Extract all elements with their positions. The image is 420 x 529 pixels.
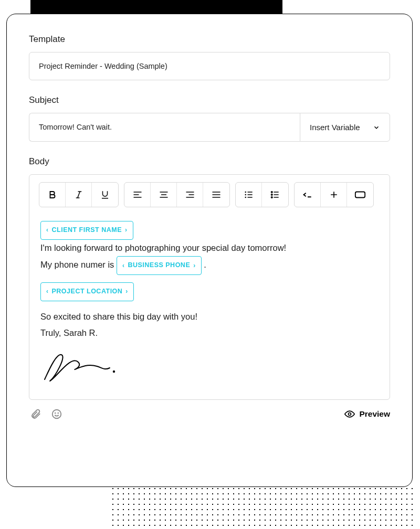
chevron-right-icon: › <box>125 224 128 236</box>
svg-point-26 <box>271 194 273 196</box>
signature-image <box>40 351 379 388</box>
align-right-button[interactable] <box>177 183 203 207</box>
align-justify-button[interactable] <box>203 183 229 207</box>
underline-button[interactable] <box>92 183 118 207</box>
insert-group <box>294 182 374 207</box>
unordered-list-button[interactable] <box>262 183 288 207</box>
svg-point-35 <box>58 412 58 413</box>
paperclip-icon <box>30 408 41 420</box>
ordered-list-button[interactable] <box>236 183 262 207</box>
preview-button[interactable]: Preview <box>344 409 390 419</box>
subject-label: Subject <box>29 95 390 105</box>
variable-client-first-name[interactable]: ‹ CLIENT FIRST NAME › <box>40 221 133 240</box>
svg-point-19 <box>245 192 246 193</box>
body-text-segment: My phone numer is <box>40 260 117 269</box>
container-button[interactable] <box>347 183 373 207</box>
svg-point-27 <box>271 197 273 198</box>
email-template-editor: Template Project Reminder - Wedding (Sam… <box>6 14 413 487</box>
body-text-line: Truly, Sarah R. <box>40 325 379 341</box>
body-text-line: I'm looking forward to photographing you… <box>40 240 379 256</box>
variable-business-phone[interactable]: ‹ BUSINESS PHONE › <box>117 256 202 275</box>
chevron-right-icon: › <box>193 260 196 272</box>
body-text-line: So excited to share this big day with yo… <box>40 309 379 325</box>
body-text-segment: . <box>204 260 206 269</box>
attachment-button[interactable] <box>29 407 43 421</box>
body-label: Body <box>29 156 390 167</box>
chevron-left-icon: ‹ <box>122 260 125 272</box>
svg-point-32 <box>113 371 114 372</box>
chevron-left-icon: ‹ <box>46 285 49 298</box>
svg-point-20 <box>245 195 246 195</box>
svg-point-34 <box>55 412 56 413</box>
insert-variable-label: Insert Variable <box>310 123 360 132</box>
template-label: Template <box>29 34 390 45</box>
body-editor-container: ‹ CLIENT FIRST NAME › I'm looking forwar… <box>29 174 390 400</box>
add-button[interactable] <box>321 183 347 207</box>
svg-point-36 <box>349 412 351 415</box>
svg-line-2 <box>77 192 80 198</box>
alignment-group <box>124 182 230 207</box>
italic-button[interactable] <box>66 183 92 207</box>
emoji-button[interactable] <box>50 407 64 421</box>
variable-label: CLIENT FIRST NAME <box>52 224 122 237</box>
insert-variable-dropdown[interactable]: Insert Variable <box>300 113 390 142</box>
subject-input[interactable]: Tomorrow! Can't wait. <box>29 113 300 142</box>
svg-point-25 <box>271 192 273 193</box>
eye-icon <box>344 409 355 419</box>
text-style-group <box>39 182 119 207</box>
code-block-button[interactable] <box>295 183 321 207</box>
body-editor[interactable]: ‹ CLIENT FIRST NAME › I'm looking forwar… <box>39 221 380 389</box>
align-center-button[interactable] <box>151 183 177 207</box>
decorative-dots <box>110 486 415 529</box>
list-group <box>235 182 289 207</box>
variable-label: PROJECT LOCATION <box>52 285 123 298</box>
formatting-toolbar <box>39 182 380 207</box>
svg-point-33 <box>52 409 61 418</box>
svg-point-21 <box>245 197 246 198</box>
preview-label: Preview <box>359 409 390 419</box>
variable-label: BUSINESS PHONE <box>128 259 190 272</box>
editor-bottom-bar: Preview <box>29 407 390 421</box>
smile-icon <box>51 408 62 420</box>
chevron-left-icon: ‹ <box>46 224 49 236</box>
align-left-button[interactable] <box>124 183 151 207</box>
svg-rect-31 <box>355 192 365 198</box>
template-input[interactable]: Project Reminder - Wedding (Sample) <box>29 52 390 80</box>
chevron-right-icon: › <box>125 285 128 298</box>
variable-project-location[interactable]: ‹ PROJECT LOCATION › <box>40 282 134 301</box>
bold-button[interactable] <box>39 183 66 207</box>
chevron-down-icon <box>373 124 380 131</box>
subject-row: Tomorrow! Can't wait. Insert Variable <box>29 113 390 142</box>
